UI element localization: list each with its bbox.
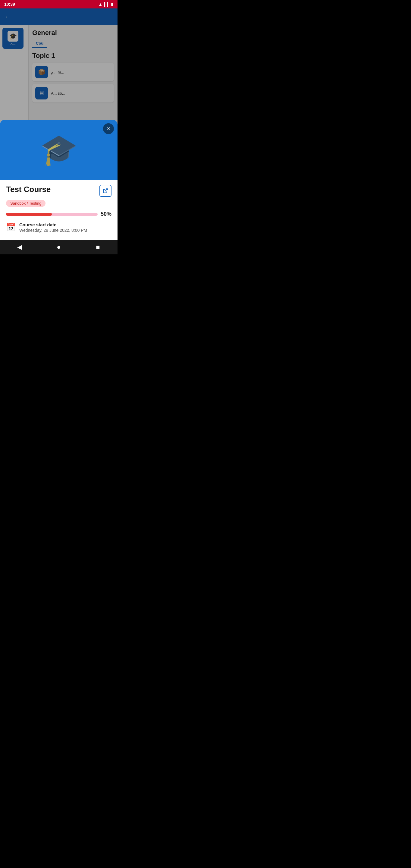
modal-course-title: Test Course bbox=[6, 185, 96, 194]
status-icons: ▲ ▌▌ ▮ bbox=[98, 2, 113, 7]
calendar-icon: 📅 bbox=[6, 223, 16, 232]
nav-back-button[interactable]: ◀ bbox=[10, 241, 29, 253]
modal-overlay: 🎓 × Test Course Sandbox / Testing bbox=[0, 8, 118, 240]
course-start-date-label: Course start date bbox=[19, 222, 112, 227]
modal-hero: 🎓 × bbox=[0, 120, 118, 180]
nav-recents-button[interactable]: ■ bbox=[89, 241, 107, 253]
graduation-cap-icon: 🎓 bbox=[40, 132, 78, 167]
progress-section: 50% bbox=[6, 211, 112, 217]
close-button[interactable]: × bbox=[103, 123, 114, 134]
modal-content: Test Course Sandbox / Testing 50% bbox=[0, 180, 118, 240]
progress-label: 50% bbox=[101, 211, 112, 217]
modal-sheet: 🎓 × Test Course Sandbox / Testing bbox=[0, 120, 118, 240]
category-badge: Sandbox / Testing bbox=[6, 200, 45, 207]
course-start-date-value: Wednesday, 29 June 2022, 8:00 PM bbox=[19, 228, 112, 233]
battery-icon: ▮ bbox=[111, 2, 113, 7]
course-info-row: 📅 Course start date Wednesday, 29 June 2… bbox=[6, 222, 112, 233]
nav-home-button[interactable]: ● bbox=[50, 241, 68, 253]
progress-bar-fill bbox=[6, 213, 52, 216]
wifi-icon: ▲ bbox=[98, 2, 102, 7]
external-link-button[interactable] bbox=[99, 185, 112, 197]
progress-bar-background bbox=[6, 213, 98, 216]
modal-title-row: Test Course bbox=[6, 185, 112, 197]
status-bar: 10:39 ▲ ▌▌ ▮ bbox=[0, 0, 118, 8]
nav-bar: ◀ ● ■ bbox=[0, 240, 118, 254]
signal-icon: ▌▌ bbox=[104, 2, 110, 7]
status-time: 10:39 bbox=[4, 2, 15, 7]
course-info-text: Course start date Wednesday, 29 June 202… bbox=[19, 222, 112, 233]
svg-line-0 bbox=[105, 189, 107, 191]
